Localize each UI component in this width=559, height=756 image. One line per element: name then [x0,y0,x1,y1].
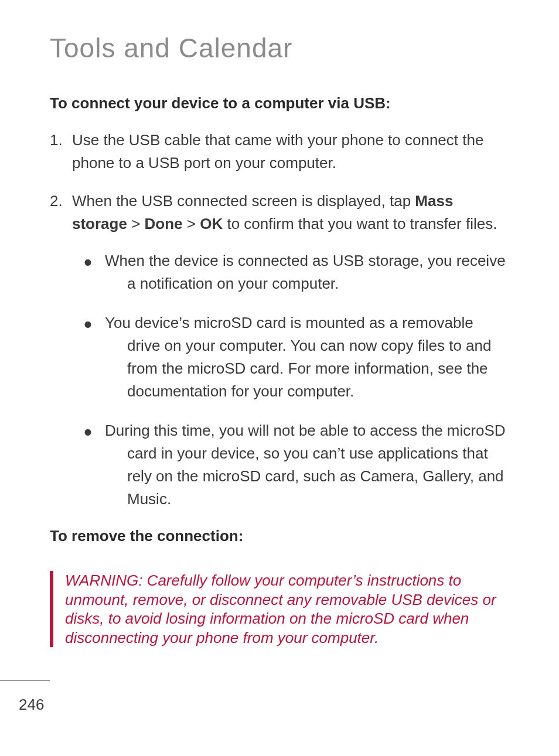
bullet-item: When the device is connected as USB stor… [106,249,509,295]
step-2-bold-ok: OK [200,215,223,232]
step-2-number: 2. [50,190,72,213]
step-2-sep2: > [183,215,200,232]
bullet-item: You device’s microSD card is mounted as … [106,312,509,403]
step-2-sep1: > [127,215,145,232]
step-2-prefix: When the USB connected screen is display… [72,192,415,210]
step-2-bold-done: Done [145,215,183,232]
bullet-item: During this time, you will not be able t… [106,419,509,511]
step-2-suffix: to confirm that you want to transfer fil… [223,215,497,232]
page-number-rule [0,680,50,681]
page-title: Tools and Calendar [50,32,509,64]
step-1-text: Use the USB cable that came with your ph… [72,131,483,172]
warning-text: WARNING: Carefully follow your computer’… [65,571,509,647]
step-2-bullets: When the device is connected as USB stor… [72,249,509,511]
step-2: 2.When the USB connected screen is displ… [50,190,509,511]
connect-usb-heading: To connect your device to a computer via… [50,94,509,112]
document-page: Tools and Calendar To connect your devic… [0,0,559,647]
step-1: 1.Use the USB cable that came with your … [50,129,509,175]
warning-callout: WARNING: Carefully follow your computer’… [50,571,509,647]
step-1-number: 1. [50,129,72,152]
remove-connection-heading: To remove the connection: [50,527,509,545]
page-number: 246 [19,696,44,714]
